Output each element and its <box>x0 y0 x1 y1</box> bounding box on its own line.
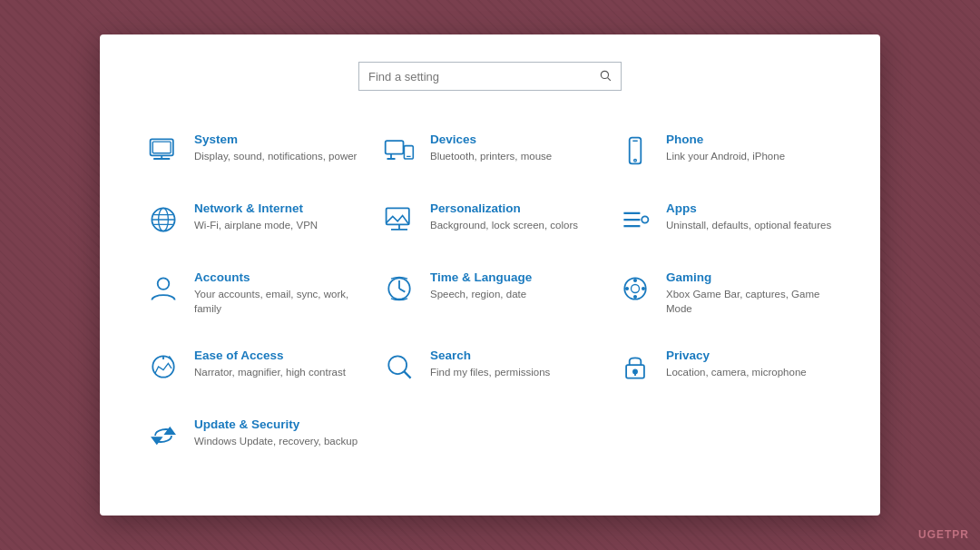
phone-title: Phone <box>666 133 785 146</box>
personalization-title: Personalization <box>430 201 578 215</box>
svg-point-31 <box>632 285 640 293</box>
svg-point-25 <box>642 216 648 222</box>
svg-marker-44 <box>165 427 175 434</box>
search-input[interactable] <box>368 70 599 83</box>
devices-icon <box>381 133 417 169</box>
setting-item-privacy[interactable]: Privacy Location, camera, microphone <box>608 332 844 401</box>
setting-item-phone[interactable]: Phone Link your Android, iPhone <box>608 116 844 185</box>
network-title: Network & Internet <box>194 201 318 215</box>
gaming-icon <box>617 270 653 307</box>
svg-point-33 <box>634 296 637 299</box>
update-title: Update & Security <box>194 417 358 431</box>
ease-title: Ease of Access <box>194 349 346 362</box>
search-icon <box>381 349 417 385</box>
search-title: Search <box>430 349 550 362</box>
devices-title: Devices <box>430 133 552 146</box>
setting-item-network[interactable]: Network & Internet Wi-Fi, airplane mode,… <box>136 185 372 254</box>
personalization-icon <box>381 201 417 238</box>
ease-icon <box>145 349 181 385</box>
svg-line-1 <box>608 77 611 80</box>
search-bar-container <box>136 62 844 91</box>
svg-rect-6 <box>386 141 404 153</box>
svg-point-32 <box>634 280 637 282</box>
svg-marker-45 <box>152 437 162 444</box>
svg-line-40 <box>404 372 410 378</box>
search-desc: Find my files, permissions <box>430 365 550 379</box>
setting-item-time[interactable]: Time & Language Speech, region, date <box>372 254 608 332</box>
time-icon <box>381 270 417 307</box>
accounts-desc: Your accounts, email, sync, work, family <box>194 287 361 316</box>
time-title: Time & Language <box>430 270 532 284</box>
svg-point-35 <box>642 288 645 290</box>
setting-item-gaming[interactable]: Gaming Xbox Game Bar, captures, Game Mod… <box>608 254 844 332</box>
apps-desc: Uninstall, defaults, optional features <box>666 218 831 232</box>
apps-title: Apps <box>666 201 831 215</box>
svg-line-29 <box>399 289 405 292</box>
setting-item-accounts[interactable]: Accounts Your accounts, email, sync, wor… <box>136 254 372 332</box>
svg-point-13 <box>634 159 637 162</box>
settings-grid: System Display, sound, notifications, po… <box>136 116 844 470</box>
svg-point-39 <box>388 356 407 374</box>
accounts-title: Accounts <box>194 270 361 284</box>
setting-item-apps[interactable]: Apps Uninstall, defaults, optional featu… <box>608 185 844 254</box>
accounts-icon <box>145 270 181 307</box>
setting-item-system[interactable]: System Display, sound, notifications, po… <box>136 116 372 185</box>
privacy-desc: Location, camera, microphone <box>666 365 807 379</box>
svg-point-26 <box>158 278 170 290</box>
privacy-title: Privacy <box>666 349 807 362</box>
network-desc: Wi-Fi, airplane mode, VPN <box>194 218 318 232</box>
settings-window: System Display, sound, notifications, po… <box>100 34 880 516</box>
time-desc: Speech, region, date <box>430 287 532 301</box>
system-title: System <box>194 133 357 146</box>
gaming-desc: Xbox Game Bar, captures, Game Mode <box>666 287 833 316</box>
phone-icon <box>617 133 653 169</box>
gaming-title: Gaming <box>666 270 833 284</box>
svg-point-34 <box>626 288 629 290</box>
setting-item-update[interactable]: Update & Security Windows Update, recove… <box>136 401 372 470</box>
update-desc: Windows Update, recovery, backup <box>194 434 358 448</box>
setting-item-search[interactable]: Search Find my files, permissions <box>372 332 608 401</box>
setting-item-personalization[interactable]: Personalization Background, lock screen,… <box>372 185 608 254</box>
devices-desc: Bluetooth, printers, mouse <box>430 149 552 163</box>
system-desc: Display, sound, notifications, power <box>194 149 357 163</box>
update-icon <box>145 417 181 454</box>
search-icon <box>599 69 612 84</box>
ease-desc: Narrator, magnifier, high contrast <box>194 365 346 379</box>
svg-point-0 <box>601 71 608 78</box>
svg-point-42 <box>633 369 638 374</box>
privacy-icon <box>617 349 653 385</box>
setting-item-ease[interactable]: Ease of Access Narrator, magnifier, high… <box>136 332 372 401</box>
svg-rect-5 <box>152 142 171 153</box>
apps-icon <box>617 201 653 238</box>
setting-item-devices[interactable]: Devices Bluetooth, printers, mouse <box>372 116 608 185</box>
personalization-desc: Background, lock screen, colors <box>430 218 578 232</box>
phone-desc: Link your Android, iPhone <box>666 149 785 163</box>
search-bar[interactable] <box>358 62 622 91</box>
watermark-text: UGETPR <box>918 528 969 541</box>
network-icon <box>145 201 181 238</box>
system-icon <box>145 133 181 169</box>
